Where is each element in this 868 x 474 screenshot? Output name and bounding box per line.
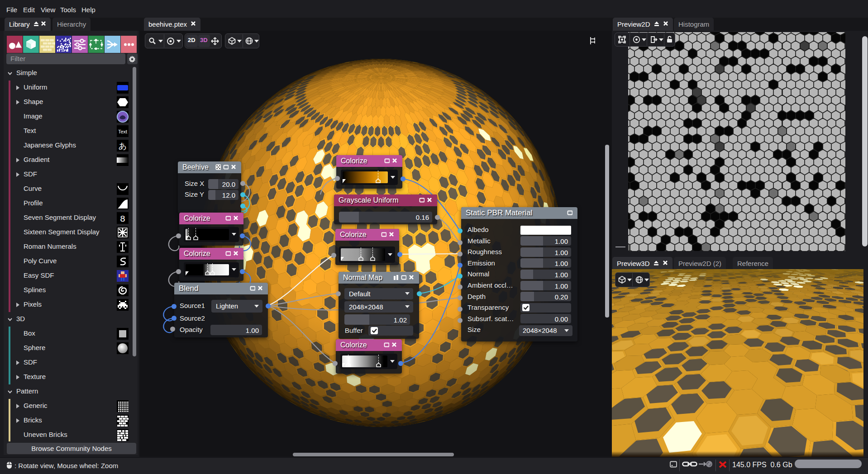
svg-text:Text: Text [118, 129, 127, 134]
svg-text:あ: あ [119, 142, 127, 151]
svg-text:8: 8 [120, 214, 125, 224]
